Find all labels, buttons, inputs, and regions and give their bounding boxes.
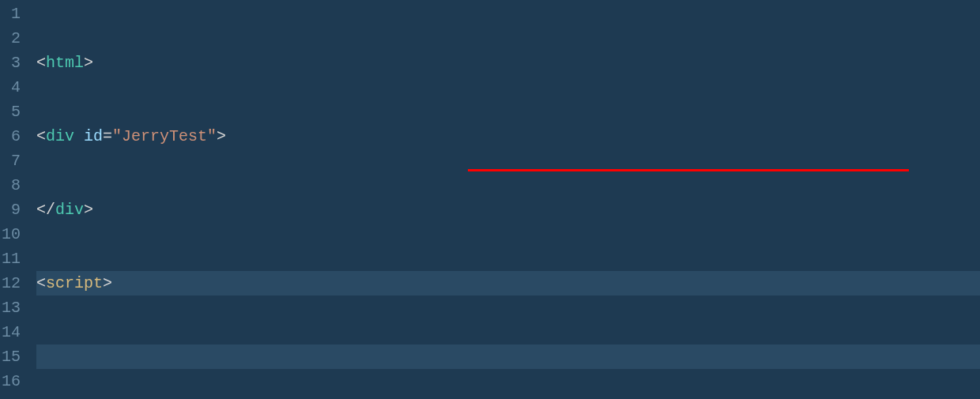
line-number: 2 [0, 26, 21, 51]
line-number: 8 [0, 173, 21, 198]
line-number-gutter: 1 2 3 4 5 6 7 8 9 10 11 12 13 14 15 16 [0, 0, 28, 399]
line-number: 3 [0, 51, 21, 75]
line-number: 11 [0, 247, 21, 271]
code-area[interactable]: <html> <div id="JerryTest"> </div> <scri… [28, 0, 980, 399]
line-number: 15 [0, 344, 21, 369]
line-number: 7 [0, 149, 21, 173]
line-number: 6 [0, 124, 21, 149]
line-number: 5 [0, 100, 21, 124]
code-line: <div id="JerryTest"> [36, 124, 980, 149]
line-number: 12 [0, 271, 21, 295]
line-number: 1 [0, 2, 21, 26]
code-line: <script> [36, 271, 980, 295]
line-number: 10 [0, 222, 21, 247]
line-number: 9 [0, 198, 21, 222]
code-editor[interactable]: 1 2 3 4 5 6 7 8 9 10 11 12 13 14 15 16 <… [0, 0, 980, 399]
line-number: 16 [0, 369, 21, 393]
code-line: </div> [36, 198, 980, 222]
line-number: 4 [0, 75, 21, 100]
code-line [36, 344, 980, 369]
red-underline-annotation [468, 169, 909, 171]
line-number: 14 [0, 320, 21, 344]
line-number: 13 [0, 295, 21, 320]
code-line: <html> [36, 51, 980, 75]
